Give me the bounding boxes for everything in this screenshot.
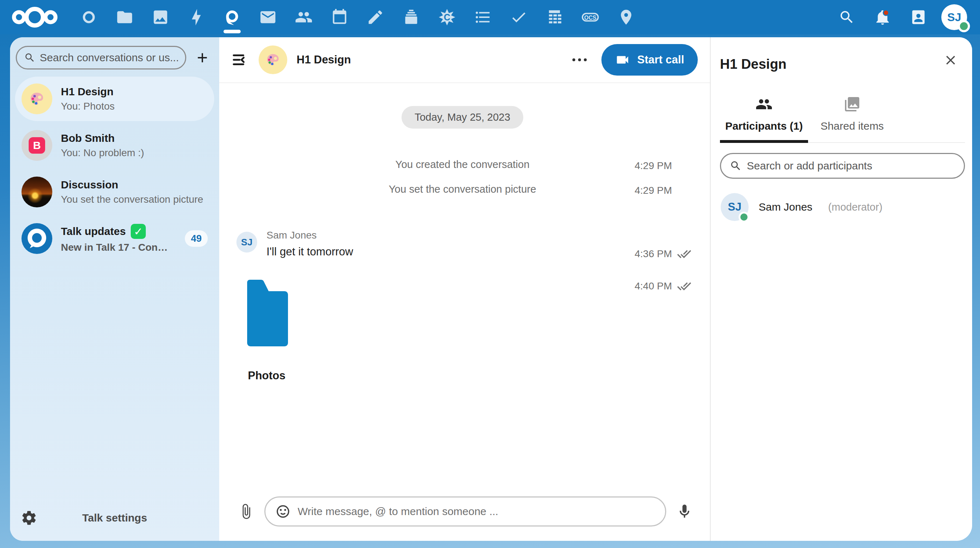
conversation-search-input[interactable] bbox=[40, 52, 178, 64]
collectives-app-icon[interactable]: C bbox=[429, 0, 465, 34]
search-icon bbox=[730, 160, 742, 172]
participant-row[interactable]: SJ Sam Jones (moderator) bbox=[720, 191, 965, 223]
tasks-app-icon[interactable] bbox=[465, 0, 501, 34]
app-content: + H1 Design You: Photos B Bob Smith You:… bbox=[10, 37, 972, 541]
conversation-title: Discussion bbox=[61, 179, 208, 191]
new-conversation-button[interactable]: + bbox=[192, 46, 213, 69]
files-app-icon[interactable] bbox=[107, 0, 143, 34]
system-message: You created the conversation 4:29 PM bbox=[236, 159, 689, 170]
participant-role: (moderator) bbox=[828, 201, 883, 213]
palette-avatar bbox=[21, 83, 52, 114]
chat-title: H1 Design bbox=[297, 53, 351, 66]
talk-app-icon[interactable] bbox=[214, 0, 250, 34]
conversation-title: Talk updates ✓ bbox=[61, 224, 172, 239]
chat-header: H1 Design Start call bbox=[219, 37, 710, 83]
conversation-list: H1 Design You: Photos B Bob Smith You: N… bbox=[10, 75, 219, 263]
unread-count-badge: 49 bbox=[185, 230, 208, 247]
system-message: You set the conversation picture 4:29 PM bbox=[236, 183, 689, 195]
svg-text:OCS: OCS bbox=[584, 15, 597, 21]
participant-search[interactable] bbox=[720, 153, 965, 179]
online-status-icon bbox=[738, 212, 749, 222]
message-timestamp: 4:29 PM bbox=[635, 185, 672, 196]
checkmark-app-icon[interactable] bbox=[501, 0, 536, 34]
ocs-app-icon[interactable]: OCS bbox=[573, 0, 608, 34]
gear-icon bbox=[21, 510, 37, 526]
start-call-button[interactable]: Start call bbox=[601, 44, 698, 76]
participant-name: Sam Jones bbox=[759, 201, 812, 213]
bob-smith-avatar: B bbox=[21, 130, 52, 161]
maps-app-icon[interactable] bbox=[608, 0, 644, 34]
panel-tabs: Participants (1) Shared items bbox=[720, 92, 965, 143]
folder-icon bbox=[247, 279, 289, 347]
active-app-indicator bbox=[224, 30, 241, 33]
conversation-title: H1 Design bbox=[61, 86, 208, 98]
app-navigation: C OCS bbox=[71, 0, 644, 34]
topbar: C OCS SJ bbox=[0, 0, 980, 34]
conversations-sidebar: + H1 Design You: Photos B Bob Smith You:… bbox=[10, 37, 219, 541]
conversation-menu-icon[interactable] bbox=[567, 47, 592, 72]
notes-app-icon[interactable] bbox=[358, 0, 393, 34]
message-composer bbox=[219, 488, 710, 541]
conversation-item-talk-updates[interactable]: Talk updates ✓ New in Talk 17 - Convers.… bbox=[15, 216, 214, 261]
calendar-app-icon[interactable] bbox=[321, 0, 358, 34]
collapse-sidebar-icon[interactable] bbox=[230, 50, 249, 70]
conversation-avatar bbox=[259, 46, 287, 74]
unified-search-icon[interactable] bbox=[829, 0, 865, 34]
conversation-last-message: You: No problem :) bbox=[61, 147, 208, 159]
close-panel-button[interactable] bbox=[940, 50, 961, 70]
message-author: Sam Jones bbox=[266, 230, 353, 241]
chat-view: H1 Design Start call Today, May 25, 2023… bbox=[219, 37, 711, 541]
sunset-photo-avatar bbox=[21, 176, 52, 207]
tab-shared-items[interactable]: Shared items bbox=[808, 92, 896, 143]
conversation-item-h1-design[interactable]: H1 Design You: Photos bbox=[15, 77, 214, 121]
conversation-last-message: You set the conversation picture bbox=[61, 194, 208, 205]
conversation-last-message: New in Talk 17 - Convers... bbox=[61, 242, 172, 253]
talk-logo-avatar bbox=[21, 223, 52, 254]
contacts-menu-icon[interactable] bbox=[900, 0, 936, 34]
verified-check-icon: ✓ bbox=[131, 224, 146, 239]
conversation-last-message: You: Photos bbox=[61, 101, 208, 112]
message-input-wrapper bbox=[264, 496, 666, 526]
close-icon bbox=[943, 52, 958, 68]
read-receipt-icon bbox=[677, 279, 691, 293]
user-avatar: SJ bbox=[941, 4, 967, 30]
conversation-details-panel: H1 Design Participants (1) Shared items … bbox=[711, 37, 972, 541]
message-timestamp: 4:29 PM bbox=[635, 160, 672, 172]
mail-app-icon[interactable] bbox=[250, 0, 286, 34]
message-timestamp: 4:40 PM bbox=[635, 280, 672, 292]
talk-settings-button[interactable]: Talk settings bbox=[10, 499, 219, 541]
nextcloud-logo-icon[interactable] bbox=[8, 0, 62, 34]
contacts-app-icon[interactable] bbox=[286, 0, 321, 34]
notifications-bell-icon[interactable] bbox=[865, 0, 900, 34]
message-text: I'll get it tomorrow bbox=[266, 245, 353, 258]
message-timestamp: 4:36 PM bbox=[635, 248, 672, 260]
conversation-search[interactable] bbox=[16, 46, 186, 70]
emoji-picker-icon[interactable] bbox=[275, 504, 291, 519]
activity-app-icon[interactable] bbox=[178, 0, 214, 34]
tables-app-icon[interactable] bbox=[536, 0, 573, 34]
search-icon bbox=[24, 52, 35, 64]
shared-file-name: Photos bbox=[248, 369, 689, 382]
dashboard-app-icon[interactable] bbox=[71, 0, 107, 34]
participant-search-input[interactable] bbox=[747, 160, 955, 172]
date-separator: Today, May 25, 2023 bbox=[401, 106, 523, 129]
tab-participants[interactable]: Participants (1) bbox=[720, 92, 808, 143]
message-list: Today, May 25, 2023 You created the conv… bbox=[219, 83, 710, 488]
online-status-icon bbox=[958, 20, 970, 32]
user-menu[interactable]: SJ bbox=[936, 0, 972, 34]
microphone-icon[interactable] bbox=[676, 503, 693, 520]
conversation-title: Bob Smith bbox=[61, 132, 208, 145]
message-input[interactable] bbox=[298, 505, 655, 518]
read-receipt-icon bbox=[677, 247, 691, 261]
photos-app-icon[interactable] bbox=[143, 0, 178, 34]
chat-message: SJ Sam Jones I'll get it tomorrow 4:36 P… bbox=[236, 230, 689, 258]
shared-file-message[interactable]: 4:40 PM Photos bbox=[247, 279, 689, 382]
participant-avatar: SJ bbox=[721, 193, 749, 221]
svg-text:C: C bbox=[444, 12, 450, 22]
conversation-item-discussion[interactable]: Discussion You set the conversation pict… bbox=[15, 170, 214, 214]
participants-icon bbox=[756, 95, 773, 113]
attach-file-icon[interactable] bbox=[238, 503, 254, 520]
conversation-item-bob-smith[interactable]: B Bob Smith You: No problem :) bbox=[15, 123, 214, 168]
deck-app-icon[interactable] bbox=[393, 0, 429, 34]
talk-settings-label: Talk settings bbox=[37, 512, 192, 524]
